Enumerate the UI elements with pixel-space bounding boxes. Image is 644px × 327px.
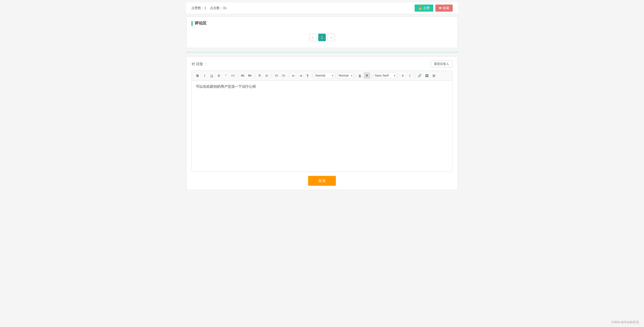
clicks-count: 31 bbox=[223, 6, 227, 10]
separator-9 bbox=[398, 73, 398, 78]
dashed-divider bbox=[186, 52, 458, 52]
separator-8 bbox=[372, 73, 372, 78]
superscript-button[interactable]: X2 bbox=[280, 72, 287, 79]
editor-content[interactable]: 可以在此跟别的用户交流一下治疗心得 bbox=[192, 81, 452, 172]
stats-bar: 点赞数：1 点击数：31 👍 点赞 ❤ 收藏 bbox=[186, 3, 458, 14]
separator-3 bbox=[272, 73, 272, 78]
font-color-button[interactable]: A bbox=[357, 72, 363, 79]
justify-button[interactable]: ≡ bbox=[399, 72, 406, 79]
align-left-button[interactable]: ⇤ bbox=[290, 72, 297, 79]
font-family-select[interactable]: Sans Serif Serif Monospace bbox=[373, 72, 396, 79]
h2-button[interactable]: H2 bbox=[247, 72, 253, 79]
stats-actions: 👍 点赞 ❤ 收藏 bbox=[415, 5, 453, 12]
pagination-page-1[interactable]: 1 bbox=[318, 34, 326, 41]
code-button[interactable]: </> bbox=[230, 72, 236, 79]
font-family-wrapper[interactable]: Sans Serif Serif Monospace bbox=[373, 72, 396, 79]
h1-button[interactable]: H1 bbox=[239, 72, 246, 79]
heart-icon: ❤ bbox=[439, 6, 442, 10]
ordered-list-button[interactable]: ≡ bbox=[256, 72, 263, 79]
editor-toolbar: B I U S " </> H1 H2 ≡ ≎ X2 X2 ⇤ ⇥ ¶ bbox=[192, 71, 452, 81]
stats-text: 点赞数：1 点击数：31 bbox=[191, 6, 227, 10]
indent-button[interactable]: ¶ bbox=[304, 72, 311, 79]
clicks-label: 点击数： bbox=[210, 6, 223, 10]
reply-to-label: 对 回复 ： bbox=[192, 62, 208, 66]
pagination: ‹ 1 › bbox=[192, 34, 452, 41]
reply-section: 对 回复 ： 重置回复人 B I U S " </> H1 H2 ≡ ≎ X2 bbox=[186, 56, 458, 190]
reset-reply-button[interactable]: 重置回复人 bbox=[431, 61, 452, 67]
separator-10 bbox=[415, 73, 415, 78]
image-button[interactable]: 🖼 bbox=[423, 72, 430, 79]
link-button[interactable]: 🔗 bbox=[416, 72, 423, 79]
likes-count: 1 bbox=[204, 6, 206, 10]
blockquote-button[interactable]: " bbox=[223, 72, 229, 79]
normal-select-2[interactable]: Normal Small Large bbox=[337, 72, 353, 79]
separator-2 bbox=[255, 73, 255, 78]
normal-select-2-wrapper[interactable]: Normal Small Large bbox=[337, 72, 353, 79]
pagination-next[interactable]: › bbox=[327, 34, 335, 41]
italic2-button[interactable]: I bbox=[407, 72, 413, 79]
bold-button[interactable]: B bbox=[194, 72, 201, 79]
align-right-button[interactable]: ⇥ bbox=[297, 72, 304, 79]
likes-label: 点赞数： bbox=[191, 6, 204, 10]
separator-7 bbox=[355, 73, 355, 78]
comment-header-bar bbox=[192, 21, 193, 26]
submit-area: 发表 bbox=[192, 176, 452, 186]
comment-title: 评论区 bbox=[195, 21, 207, 26]
pagination-prev[interactable]: ‹ bbox=[309, 34, 317, 41]
editor-wrapper: B I U S " </> H1 H2 ≡ ≎ X2 X2 ⇤ ⇥ ¶ bbox=[192, 71, 452, 172]
collect-button[interactable]: ❤ 收藏 bbox=[435, 5, 453, 12]
normal-select-1-wrapper[interactable]: Normal Heading 1 Heading 2 bbox=[314, 72, 334, 79]
editor-text: 可以在此跟别的用户交流一下治疗心得 bbox=[196, 84, 256, 88]
separator-1 bbox=[238, 73, 238, 78]
normal-select-1[interactable]: Normal Heading 1 Heading 2 bbox=[314, 72, 334, 79]
separator-4 bbox=[288, 73, 289, 78]
font-bg-button[interactable]: A bbox=[364, 72, 370, 79]
underline-button[interactable]: U bbox=[208, 72, 215, 79]
subscript-button[interactable]: X2 bbox=[273, 72, 280, 79]
reply-header: 对 回复 ： 重置回复人 bbox=[192, 61, 452, 67]
italic-button[interactable]: I bbox=[201, 72, 208, 79]
thumb-up-icon: 👍 bbox=[418, 6, 422, 10]
comment-header: 评论区 bbox=[192, 21, 452, 26]
table-button[interactable]: ⊞ bbox=[431, 72, 437, 79]
separator-5 bbox=[312, 73, 313, 78]
unordered-list-button[interactable]: ≎ bbox=[263, 72, 270, 79]
comment-section: 评论区 ‹ 1 › bbox=[186, 16, 458, 48]
submit-button[interactable]: 发表 bbox=[308, 176, 336, 186]
separator-6 bbox=[336, 73, 336, 78]
like-button[interactable]: 👍 点赞 bbox=[415, 5, 433, 12]
strikethrough-button[interactable]: S bbox=[216, 72, 222, 79]
